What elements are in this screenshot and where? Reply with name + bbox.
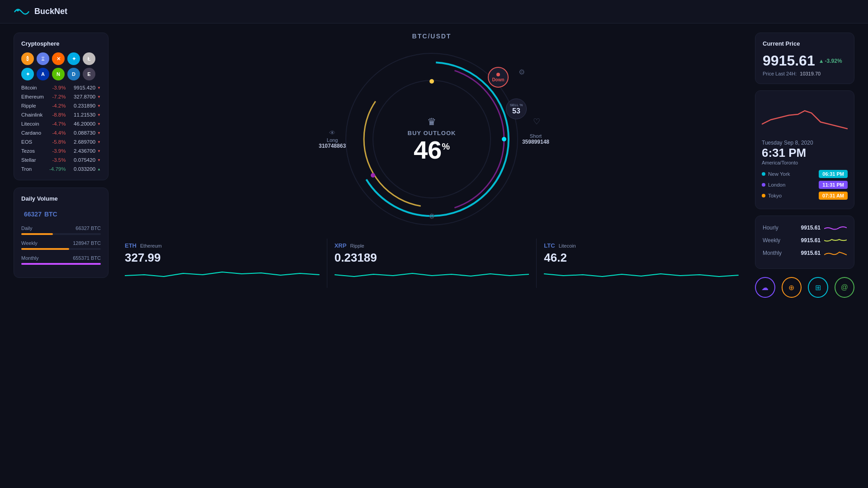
eye-icon: 👁 xyxy=(319,129,346,136)
coin-row[interactable]: Tezos -3.9% 2.436700 ▼ xyxy=(21,147,101,155)
bottom-tickers: ETH Ethereum 327.99 XRP Ripple 0.23189 xyxy=(118,239,746,288)
crypto-icon-ada[interactable]: A xyxy=(37,68,49,80)
volume-row: Weekly 128947 BTC xyxy=(21,240,101,250)
crypto-icon-stellar[interactable]: ✦ xyxy=(21,68,34,80)
crypto-icon-btc[interactable]: ₿ xyxy=(21,52,34,65)
gauge-settings-icon[interactable]: ⚙ xyxy=(519,68,525,76)
current-price-title: Current Price xyxy=(763,40,847,47)
cryptosphere-card: Cryptosphere ₿ Ξ ✕ ✦ Ł ✦ A N D E Bitcoin… xyxy=(14,33,108,180)
clock-row-new-york: New York 06:31 PM xyxy=(762,170,848,178)
mini-chart xyxy=(762,97,848,133)
volume-bars: Daily 66327 BTC Weekly 128947 BTC Monthl… xyxy=(21,225,101,265)
coin-row[interactable]: Cardano -4.4% 0.088730 ▼ xyxy=(21,129,101,136)
coin-list: Bitcoin -3.9% 9915.420 ▼ Ethereum -7.2% … xyxy=(21,84,101,173)
svg-point-9 xyxy=(502,137,506,141)
coin-row[interactable]: EOS -5.8% 2.689700 ▼ xyxy=(21,138,101,145)
svg-point-8 xyxy=(371,173,375,178)
volume-row: Monthly 655371 BTC xyxy=(21,255,101,265)
clock-row-tokyo: Tokyo 07:31 AM xyxy=(762,192,848,200)
crypto-icon-ltc[interactable]: Ł xyxy=(83,52,95,65)
server-icon-button[interactable]: ⊞ xyxy=(808,277,828,298)
cloud-icon-button[interactable]: ☁ xyxy=(755,277,775,298)
daily-volume-title: Daily Volume xyxy=(21,195,101,202)
cryptosphere-title: Cryptosphere xyxy=(21,40,101,47)
logo-icon xyxy=(14,6,30,17)
down-dot-indicator xyxy=(496,73,500,76)
pair-title: BTC/USDT xyxy=(412,33,452,40)
chart-time: 6:31 PM xyxy=(762,146,848,160)
price-hist-row-weekly: Weekly 9915.61 xyxy=(763,236,847,245)
coin-row[interactable]: Chainlink -8.8% 11.21530 ▼ xyxy=(21,111,101,118)
coin-row[interactable]: Tron -4.79% 0.033200 ▲ xyxy=(21,165,101,173)
right-panel: Current Price 9915.61 ▲ -3.92% Price Las… xyxy=(755,33,854,479)
volume-number: 66327BTC xyxy=(21,207,101,219)
coin-row[interactable]: Stellar -3.5% 0.075420 ▼ xyxy=(21,156,101,164)
ticker-ltc-price: 46.2 xyxy=(544,251,739,265)
left-panel: Cryptosphere ₿ Ξ ✕ ✦ Ł ✦ A N D E Bitcoin… xyxy=(14,33,108,479)
crypto-icon-eth[interactable]: Ξ xyxy=(37,52,49,65)
price-hist-row-hourly: Hourly 9915.61 xyxy=(763,223,847,232)
at-icon-button[interactable]: @ xyxy=(835,277,855,298)
eth-sparkline xyxy=(125,267,320,282)
header: BuckNet xyxy=(0,0,868,23)
coin-row[interactable]: Litecoin -4.7% 46.20000 ▼ xyxy=(21,120,101,127)
chart-timezone: America/Toronto xyxy=(762,160,848,165)
current-price-value: 9915.61 ▲ -3.92% xyxy=(763,52,847,69)
current-price-card: Current Price 9915.61 ▲ -3.92% Price Las… xyxy=(755,33,854,84)
coin-row[interactable]: Ethereum -7.2% 327.8700 ▼ xyxy=(21,93,101,100)
crown-icon: ♛ xyxy=(427,116,436,128)
long-label: 👁 Long 310748863 xyxy=(319,129,346,149)
down-badge: Down xyxy=(488,67,509,88)
crypto-icon-xmr[interactable]: ✕ xyxy=(52,52,65,65)
svg-point-7 xyxy=(429,79,434,84)
clock-rows: New York 06:31 PM London 11:31 PM Tokyo … xyxy=(762,170,848,200)
price-history-card: Hourly 9915.61 Weekly 9915.61 Monthly 99… xyxy=(755,216,854,269)
coin-row[interactable]: Ripple -4.2% 0.231890 ▼ xyxy=(21,102,101,109)
price-history-rows: Hourly 9915.61 Weekly 9915.61 Monthly 99… xyxy=(763,223,847,258)
price-hist-row-monthly: Monthly 9915.61 xyxy=(763,249,847,258)
crypto-icon-dash[interactable]: D xyxy=(67,68,80,80)
sell-badge: SELL % 53 xyxy=(506,99,527,119)
xrp-sparkline xyxy=(335,267,529,282)
short-heart-icon: ♡ xyxy=(533,117,540,127)
ltc-sparkline xyxy=(544,267,739,282)
center-panel: BTC/USDT // Ticks rendered inline via sc… xyxy=(118,33,746,479)
satellite-icon-button[interactable]: ⊕ xyxy=(782,277,802,298)
coin-row[interactable]: Bitcoin -3.9% 9915.420 ▼ xyxy=(21,84,101,91)
ticker-xrp: XRP Ripple 0.23189 xyxy=(327,239,537,288)
ticker-eth-price: 327.99 xyxy=(125,251,320,265)
volume-row: Daily 66327 BTC xyxy=(21,225,101,235)
price-change-badge: ▲ -3.92% xyxy=(819,58,842,64)
logo-text: BuckNet xyxy=(34,7,67,16)
crypto-icon-row: ₿ Ξ ✕ ✦ Ł ✦ A N D E xyxy=(21,52,101,80)
svg-point-0 xyxy=(17,9,19,11)
ticker-xrp-price: 0.23189 xyxy=(335,251,529,265)
daily-volume-card: Daily Volume 66327BTC Daily 66327 BTC We… xyxy=(14,188,108,278)
ticker-ltc: LTC Litecoin 46.2 xyxy=(537,239,746,288)
crypto-icon-xrp[interactable]: ✦ xyxy=(67,52,80,65)
short-label: Short 359899148 xyxy=(522,133,549,145)
main-layout: Cryptosphere ₿ Ξ ✕ ✦ Ł ✦ A N D E Bitcoin… xyxy=(0,23,868,488)
chart-date: Tuesday Sep 8, 2020 xyxy=(762,140,848,146)
price-last24: Price Last 24H: 10319.70 xyxy=(763,71,847,76)
gauge-container: // Ticks rendered inline via script belo… xyxy=(337,44,527,234)
bottom-icon-row: ☁ ⊕ ⊞ @ xyxy=(755,277,854,298)
ticker-eth: ETH Ethereum 327.99 xyxy=(118,239,327,288)
crypto-icon-eos[interactable]: E xyxy=(83,68,95,80)
chart-card: Tuesday Sep 8, 2020 6:31 PM America/Toro… xyxy=(755,90,854,209)
gauge-inner: ♛ BUY OUTLOOK 46% xyxy=(408,116,456,163)
clock-row-london: London 11:31 PM xyxy=(762,181,848,189)
crypto-icon-neo[interactable]: N xyxy=(52,68,65,80)
gauge-bottom-settings-icon[interactable]: ⚙ xyxy=(429,212,435,221)
gauge-percent: 46% xyxy=(414,137,450,163)
